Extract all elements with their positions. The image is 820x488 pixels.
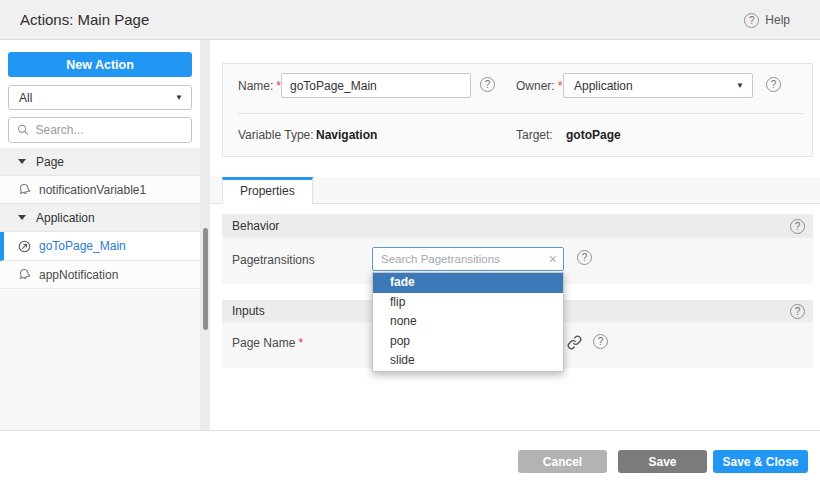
pagetransitions-help-icon[interactable]: ? <box>577 250 592 265</box>
save-and-close-button[interactable]: Save & Close <box>713 450 808 473</box>
navigation-icon <box>17 239 32 254</box>
help-label: Help <box>765 13 790 27</box>
variable-type-value: Navigation <box>316 128 377 142</box>
page-title: Actions: Main Page <box>20 0 149 40</box>
dropdown-option-fade[interactable]: fade <box>373 273 563 293</box>
pagetransitions-dropdown: fade flip none pop slide <box>372 272 564 372</box>
tree-item-notificationvariable1[interactable]: notificationVariable1 <box>0 176 200 204</box>
pagetransitions-label: Pagetransitions <box>232 253 315 267</box>
tree-group-label: Page <box>36 155 64 169</box>
dropdown-option-none[interactable]: none <box>373 312 563 332</box>
target-value: gotoPage <box>566 128 621 142</box>
variable-type-label: Variable Type: <box>238 128 314 142</box>
tree-item-label: goToPage_Main <box>39 239 126 253</box>
behavior-title: Behavior <box>232 219 790 233</box>
inputs-help-icon[interactable]: ? <box>790 304 805 319</box>
search-icon <box>17 123 29 137</box>
behavior-section-header: Behavior ? <box>222 214 813 238</box>
sidebar-scrollbar[interactable] <box>200 40 210 430</box>
clear-icon[interactable]: × <box>549 252 557 266</box>
panel-divider <box>238 113 804 114</box>
pagetransitions-search-input[interactable] <box>375 253 549 265</box>
notification-icon <box>17 267 32 282</box>
name-label: Name:* <box>238 79 281 93</box>
dropdown-option-flip[interactable]: flip <box>373 293 563 313</box>
actions-editor-window: Actions: Main Page ? Help New Action All… <box>0 0 820 488</box>
tree-group-label: Application <box>36 211 95 225</box>
new-action-button[interactable]: New Action <box>8 52 192 77</box>
page-name-label: Page Name* <box>232 336 303 350</box>
tab-properties[interactable]: Properties <box>222 177 313 204</box>
link-icon[interactable] <box>567 335 582 350</box>
tree-item-appnotification[interactable]: appNotification <box>0 261 200 289</box>
notification-icon <box>17 182 32 197</box>
sidebar-search-input[interactable] <box>35 123 185 137</box>
name-help-icon[interactable]: ? <box>480 77 495 92</box>
sidebar-filler <box>0 290 200 430</box>
dropdown-option-pop[interactable]: pop <box>373 332 563 352</box>
sidebar: New Action All ▼ Page notificationVariab… <box>0 40 200 430</box>
page-name-help-icon[interactable]: ? <box>593 334 608 349</box>
chevron-down-icon: ▼ <box>736 82 744 90</box>
titlebar: Actions: Main Page ? Help <box>0 0 820 40</box>
tab-bar: Properties <box>210 177 820 204</box>
help-icon: ? <box>744 13 759 28</box>
footer-bar: Cancel Save Save & Close <box>0 430 820 488</box>
scrollbar-thumb[interactable] <box>203 228 208 330</box>
pagetransitions-combobox[interactable]: × <box>372 247 564 271</box>
action-summary-panel: Name:* ? Owner:* Application ▼ ? Variabl… <box>222 63 813 157</box>
tree-item-label: appNotification <box>39 268 118 282</box>
required-asterisk: * <box>298 336 303 350</box>
name-input[interactable] <box>281 73 471 98</box>
filter-select[interactable]: All ▼ <box>8 85 192 110</box>
cancel-button[interactable]: Cancel <box>518 450 607 473</box>
chevron-down-icon <box>18 215 26 220</box>
owner-select[interactable]: Application ▼ <box>563 73 753 98</box>
tree-group-page[interactable]: Page <box>0 148 200 176</box>
dropdown-option-slide[interactable]: slide <box>373 351 563 371</box>
owner-select-value: Application <box>574 79 736 93</box>
sidebar-search[interactable] <box>8 117 192 143</box>
chevron-down-icon: ▼ <box>175 94 183 102</box>
behavior-help-icon[interactable]: ? <box>790 219 805 234</box>
tree-item-label: notificationVariable1 <box>39 183 146 197</box>
required-asterisk: * <box>558 79 563 93</box>
filter-select-value: All <box>19 91 175 105</box>
target-label: Target: <box>516 128 553 142</box>
save-button[interactable]: Save <box>618 450 707 473</box>
action-tree: Page notificationVariable1 Application g… <box>0 148 200 289</box>
owner-help-icon[interactable]: ? <box>766 77 781 92</box>
tree-group-application[interactable]: Application <box>0 204 200 232</box>
help-button[interactable]: ? Help <box>744 0 790 40</box>
tree-item-gotopage-main[interactable]: goToPage_Main <box>0 232 200 261</box>
chevron-down-icon <box>18 159 26 164</box>
owner-label: Owner:* <box>516 79 562 93</box>
